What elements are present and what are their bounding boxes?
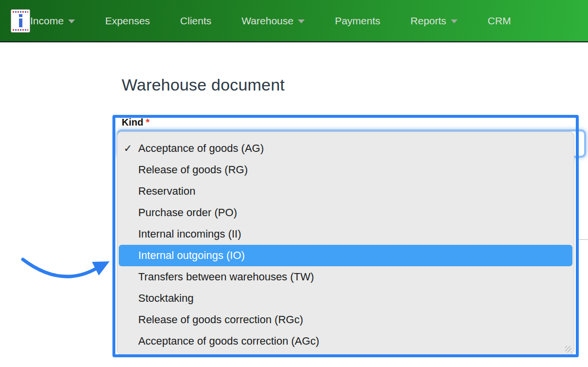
dropdown-option-label: Stocktaking [138,292,194,305]
nav-item-crm[interactable]: CRM [488,15,511,27]
kind-label-text: Kind [122,117,143,128]
nav-item-label: Expenses [105,15,150,27]
nav-item-label: Warehouse [241,15,294,27]
nav-item-label: Income [30,15,64,27]
dropdown-option-label: Release of goods (RG) [138,164,248,176]
resize-grip-icon[interactable] [565,346,571,352]
dropdown-option[interactable]: Internal outgoings (IO) [119,245,572,266]
required-asterisk: * [146,117,149,128]
dropdown-option-label: Acceptance of goods (AG) [138,142,264,155]
kind-field-label: Kind* [122,117,149,128]
dropdown-option-label: Transfers between warehouses (TW) [138,271,314,283]
dropdown-option[interactable]: Purchase order (PO) [119,202,572,223]
dropdown-option[interactable]: Reservation [119,181,572,202]
nav-item-label: Clients [180,15,211,27]
dropdown-option-label: Acceptance of goods correction (AGc) [138,335,319,348]
page-title: Warehouse document [122,75,285,94]
annotation-arrow-icon [0,229,117,292]
dropdown-option[interactable]: Transfers between warehouses (TW) [119,266,572,288]
kind-dropdown-menu: ✓ Acceptance of goods (AG) Release of go… [117,131,574,355]
dropdown-option[interactable]: ✓ Acceptance of goods (AG) [119,138,572,159]
nav-item-payments[interactable]: Payments [335,15,380,27]
nav-item-clients[interactable]: Clients [180,15,211,27]
dropdown-option-label: Release of goods correction (RGc) [138,313,303,326]
dropdown-option-label: Purchase order (PO) [138,206,237,219]
nav-item-label: Reports [410,15,446,27]
dropdown-option-label: Internal incomings (II) [138,228,241,240]
checkmark-icon: ✓ [124,143,138,154]
dropdown-option[interactable]: Release of goods (RG) [119,159,572,181]
dropdown-option[interactable]: Stocktaking [119,288,572,309]
letter-i-icon [19,14,22,27]
nav-item-income[interactable]: Income [30,15,75,27]
nav-item-label: Payments [335,15,380,27]
logo-dash-top-icon [13,11,28,13]
form-divider-line [577,239,588,240]
dropdown-option-label: Reservation [138,185,195,198]
top-navbar: Income Expenses Clients Warehouse Paymen… [0,0,588,42]
dropdown-option[interactable]: Acceptance of goods correction (AGc) [119,330,572,352]
nav-item-reports[interactable]: Reports [410,15,458,27]
chevron-down-icon [68,19,75,23]
chevron-down-icon [298,19,305,23]
nav-item-expenses[interactable]: Expenses [105,15,150,27]
nav-item-label: CRM [488,15,511,27]
chevron-down-icon [451,19,458,23]
dropdown-option[interactable]: Internal incomings (II) [119,223,572,245]
dropdown-option[interactable]: Release of goods correction (RGc) [119,309,572,330]
nav-item-warehouse[interactable]: Warehouse [241,15,305,27]
logo-dash-bottom-icon [13,29,28,31]
brand-logo[interactable] [11,9,30,33]
dropdown-option-label: Internal outgoings (IO) [138,249,245,262]
